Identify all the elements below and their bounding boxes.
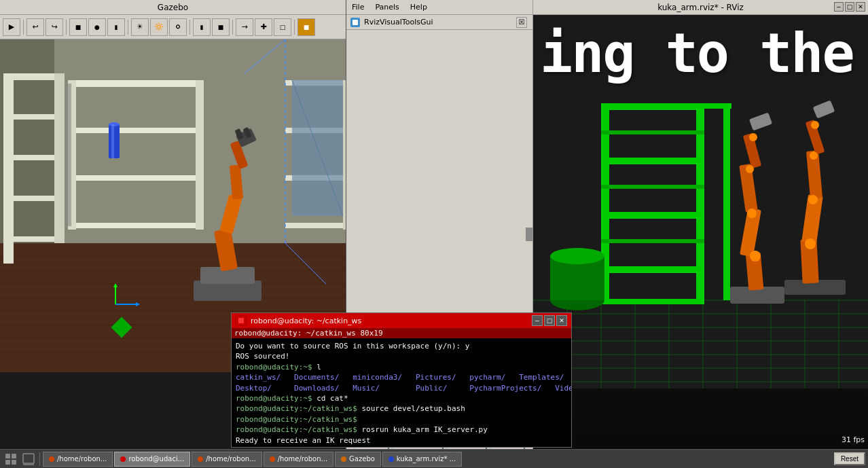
terminal-minimize-btn[interactable]: − [532,315,543,326]
svg-point-93 [747,209,757,218]
rviz-main-window: kuka_arm.rviz* - RViz − □ ✕ ing to the t… [533,0,868,468]
svg-rect-53 [352,20,358,25]
tb-light[interactable]: 🔆 [150,18,168,36]
taskbar-item-home2[interactable]: /home/robon... [192,452,261,467]
tb-sep2 [66,20,67,35]
rviz-close-btn[interactable]: ✕ [856,2,865,12]
svg-rect-106 [238,318,244,323]
taskbar-sep1 [39,452,40,466]
taskbar-dot-rviz [388,456,394,462]
taskbar-desktop-icon[interactable] [20,451,37,467]
tb-redo[interactable]: ↪ [46,18,63,36]
svg-point-102 [805,238,816,249]
menu-help[interactable]: Help [405,0,433,14]
fps-counter: 31 fps [842,435,865,444]
taskbar-item-gazebo-label: Gazebo [349,455,375,463]
rviz-maximize-btn[interactable]: □ [845,2,854,12]
tb-snap[interactable]: ■ [297,18,315,36]
gazebo-titlebar: Gazebo [0,0,346,15]
panel-close-btn[interactable]: ☒ [516,17,527,28]
tb-cylinder[interactable]: ▮ [107,18,125,36]
svg-rect-79 [601,185,704,189]
fps-value: 31 fps [842,435,865,444]
tb-sep3 [128,20,128,35]
taskbar-item-home1[interactable]: /home/robon... [43,452,113,467]
taskbar-dot-home1 [49,456,54,462]
terminal-line-1: ROS sourced! [236,351,567,361]
tb-sphere[interactable]: ● [88,18,106,36]
rviz-minimize-btn[interactable]: − [834,2,844,12]
svg-rect-76 [601,266,704,273]
terminal-maximize-btn[interactable]: □ [544,315,555,326]
taskbar-item-home3[interactable]: /home/robon... [264,452,333,467]
taskbar-item-rviz[interactable]: kuka_arm.rviz* ... [382,452,462,467]
svg-rect-77 [601,299,704,304]
tb-scale[interactable]: □ [274,18,291,36]
panel-icon [350,18,360,27]
tb-point[interactable]: ⭘ [169,18,187,36]
svg-rect-108 [12,454,16,458]
terminal-line-8: robond@udacity:~/catkin_ws$ rosrun kuka_… [236,425,567,435]
taskbar-item-terminal1-label: robond@udaci... [128,455,184,463]
scroll-indicator[interactable] [526,228,532,241]
svg-rect-22 [68,223,204,228]
svg-point-94 [746,165,754,173]
terminal-body[interactable]: Do you want to source ROS in this worksp… [232,338,571,447]
terminal-tab-title: robond@udacity: ~/catkin_ws 80x19 [234,329,383,338]
svg-rect-16 [3,196,58,201]
tb-box[interactable]: ■ [69,18,87,36]
svg-rect-14 [3,114,58,120]
terminal-title: robond@udacity: ~/catkin_ws [251,317,361,325]
terminal-window: robond@udacity: ~/catkin_ws − □ ✕ robond… [231,312,572,448]
terminal-line-4: Desktop/ Downloads/ Music/ Public/ Pycha… [236,383,567,393]
rviz-text-overlay: ing to the target location [533,15,868,92]
taskbar-item-home1-label: /home/robon... [57,455,107,463]
taskbar-app-icon[interactable] [3,451,19,467]
reset-button[interactable]: Reset [834,452,865,465]
terminal-close-btn[interactable]: ✕ [556,315,567,326]
terminal-line-9: Ready to receive an IK request [236,435,567,446]
taskbar-item-terminal1[interactable]: robond@udaci... [114,452,190,467]
tb-sep5 [232,20,233,35]
terminal-icon-svg [238,317,245,324]
svg-point-92 [750,251,761,262]
taskbar-item-rviz-label: kuka_arm.rviz* ... [397,455,456,463]
svg-point-85 [550,248,604,264]
svg-rect-109 [5,460,10,465]
taskbar-right: Reset [834,452,865,465]
taskbar-dot-terminal1 [120,456,126,462]
rviz-title: kuka_arm.rviz* - RViz [657,3,744,12]
tb-paste[interactable]: ■ [212,18,230,36]
terminal-line-2: robond@udacity:~$ l [236,362,567,372]
taskbar: /home/robon... robond@udaci... /home/rob… [0,449,868,468]
svg-rect-111 [23,454,34,463]
svg-rect-81 [723,103,730,300]
svg-rect-21 [68,175,204,181]
rviz-panel-titlebar: RvizVisualToolsGui ☒ [346,15,532,30]
rviz-3d-viewport[interactable]: ing to the target location [533,15,868,453]
rviz-panel-title: RvizVisualToolsGui [364,18,433,26]
terminal-icon [236,315,247,326]
screen: Gazebo ▶ ↩ ↪ ■ ● ▮ ☀ 🔆 ⭘ ▮ ■ → [0,0,868,468]
taskbar-apps-svg [4,452,18,466]
tb-select[interactable]: ▶ [3,18,20,36]
tb-undo[interactable]: ↩ [26,18,44,36]
svg-rect-110 [12,460,16,465]
tb-arrow[interactable]: → [236,18,253,36]
rviz-title-controls: − □ ✕ [834,2,865,12]
menu-panels[interactable]: Panels [369,0,404,14]
svg-point-105 [811,121,819,129]
svg-rect-75 [601,212,704,219]
svg-rect-47 [343,80,346,230]
taskbar-item-gazebo[interactable]: Gazebo [335,452,381,467]
menu-file[interactable]: File [346,0,369,14]
svg-rect-18 [54,73,65,243]
svg-rect-82 [704,103,731,109]
taskbar-dot-home3 [270,456,275,462]
tb-copy[interactable]: ▮ [193,18,211,36]
taskbar-dot-gazebo [341,456,346,462]
tb-add[interactable]: ✚ [255,18,272,36]
tb-sun[interactable]: ☀ [131,18,149,36]
taskbar-item-home3-label: /home/robon... [278,455,327,463]
rviz-titlebar: kuka_arm.rviz* - RViz − □ ✕ [533,0,868,15]
